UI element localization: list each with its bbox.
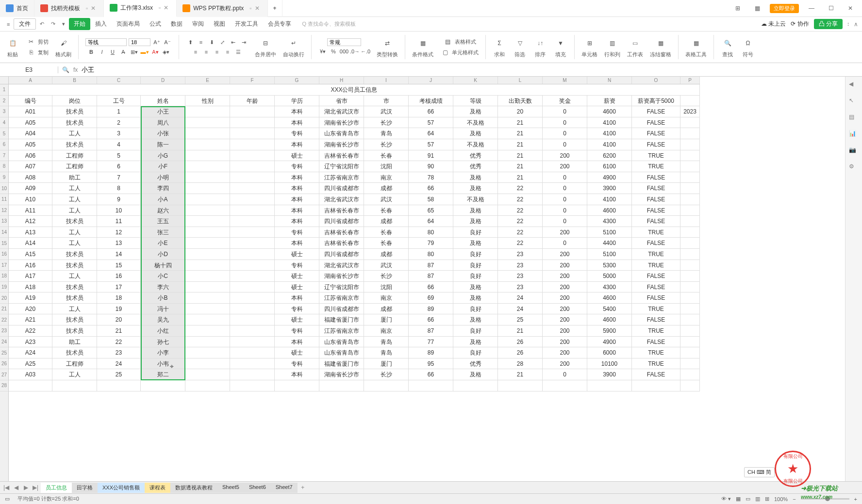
column-header[interactable]: M [543,77,587,84]
data-cell[interactable]: TRUE [632,347,680,358]
data-cell[interactable]: FALSE [632,314,680,325]
data-cell[interactable]: 本科 [275,172,319,183]
data-cell[interactable]: 专科 [275,227,319,238]
empty-cell[interactable] [52,380,97,391]
data-cell[interactable]: 赵六 [141,205,185,216]
data-cell[interactable]: 14 [97,249,141,260]
data-cell[interactable] [185,260,230,271]
menu-back-icon[interactable]: ↶ [37,19,47,29]
data-cell[interactable]: 南京 [364,172,409,183]
data-cell[interactable] [680,358,700,370]
data-cell[interactable]: A05 [9,139,52,150]
empty-cell[interactable] [587,380,632,391]
header-cell[interactable]: 出勤天数 [498,96,543,107]
align-left-icon[interactable]: ≡ [191,48,200,56]
justify-icon[interactable]: ≡ [223,48,232,56]
tablestyle-icon[interactable]: ▤ [443,37,453,47]
data-cell[interactable] [185,205,230,216]
data-cell[interactable] [230,161,275,172]
data-cell[interactable]: 200 [543,325,587,337]
empty-cell[interactable] [319,380,364,391]
font-color-button[interactable]: A▾ [151,48,160,56]
data-cell[interactable]: A22 [9,325,52,337]
data-cell[interactable]: 200 [543,293,587,304]
data-cell[interactable]: 硕士 [275,282,319,293]
data-cell[interactable] [230,216,275,227]
empty-cell[interactable] [185,380,230,391]
data-cell[interactable]: 本科 [275,238,319,249]
column-header[interactable]: J [409,77,453,84]
data-cell[interactable]: 23 [97,347,141,358]
column-header[interactable]: B [52,77,97,84]
data-cell[interactable]: 0 [543,183,587,194]
data-cell[interactable]: 10100 [587,358,632,370]
data-cell[interactable] [185,106,230,117]
data-cell[interactable]: 小B [141,293,185,304]
data-cell[interactable]: 江苏省南京市 [319,325,364,337]
underline-button[interactable]: U [108,48,117,56]
data-cell[interactable]: TRUE [632,358,680,370]
data-cell[interactable] [185,117,230,129]
sheet-tab[interactable]: 课程表 [145,483,170,493]
status-page-view-icon[interactable]: ▥ [755,496,760,502]
data-cell[interactable]: 64 [409,216,453,227]
data-cell[interactable]: 及格 [453,106,498,117]
header-cell[interactable]: 市 [364,96,409,107]
data-cell[interactable]: 湖南省长沙市 [319,271,364,282]
empty-cell[interactable] [409,380,453,391]
data-cell[interactable]: FALSE [632,106,680,117]
menu-more-icon[interactable]: ∶ [847,21,849,28]
fill[interactable]: ▼填充 [552,36,569,58]
menu-fwd-icon[interactable]: ↷ [48,19,58,29]
data-cell[interactable]: A09 [9,183,52,194]
data-cell[interactable] [680,325,700,337]
data-cell[interactable] [230,139,275,150]
data-cell[interactable] [230,172,275,183]
data-cell[interactable]: 专科 [275,325,319,337]
data-cell[interactable]: 5100 [587,227,632,238]
zoom-out-icon[interactable]: − [793,496,796,502]
data-cell[interactable] [230,106,275,117]
data-cell[interactable]: 5900 [587,325,632,337]
data-cell[interactable]: 0 [543,128,587,139]
empty-cell[interactable] [632,380,680,391]
menu-tab[interactable]: 视图 [209,18,230,30]
data-cell[interactable]: 10 [97,205,141,216]
data-cell[interactable]: 21 [498,117,543,129]
data-cell[interactable]: TRUE [632,161,680,172]
data-cell[interactable]: 武汉 [364,106,409,117]
data-cell[interactable]: 四川省成都市 [319,249,364,260]
column-header[interactable]: L [498,77,543,84]
header-cell[interactable]: 性别 [185,96,230,107]
data-cell[interactable] [680,183,700,194]
data-cell[interactable]: A15 [9,249,52,260]
data-cell[interactable] [680,238,700,249]
data-cell[interactable]: 工程师 [52,161,97,172]
data-cell[interactable]: FALSE [632,194,680,205]
data-cell[interactable]: 工人 [52,369,97,380]
data-cell[interactable]: 25 [498,314,543,325]
row-header[interactable]: 24 [0,337,8,348]
format-painter[interactable]: 🖌 格式刷 [53,36,73,58]
empty-cell[interactable] [453,380,498,391]
close-icon[interactable]: ✕ [255,5,262,12]
data-cell[interactable]: 李四 [141,183,185,194]
data-cell[interactable]: 本科 [275,183,319,194]
data-cell[interactable]: 本科 [275,106,319,117]
merge-center[interactable]: ⊟合并居中 [253,36,278,58]
document-tab[interactable]: 工作簿3.xlsx▫✕ [104,0,177,17]
empty-cell[interactable] [498,380,543,391]
row-header[interactable]: 8 [0,161,8,172]
data-cell[interactable] [680,216,700,227]
close-icon[interactable]: ✕ [91,5,98,12]
sort[interactable]: ↓↑排序 [531,36,549,58]
data-cell[interactable] [680,227,700,238]
data-cell[interactable]: 湖北省武汉市 [319,106,364,117]
data-cell[interactable]: 4600 [587,106,632,117]
data-cell[interactable]: 不及格 [453,194,498,205]
close-icon[interactable]: ✕ [164,4,170,11]
row-header[interactable]: 7 [0,150,8,162]
data-cell[interactable]: 辽宁省沈阳市 [319,282,364,293]
data-cell[interactable]: FALSE [632,271,680,282]
data-cell[interactable]: A23 [9,337,52,348]
